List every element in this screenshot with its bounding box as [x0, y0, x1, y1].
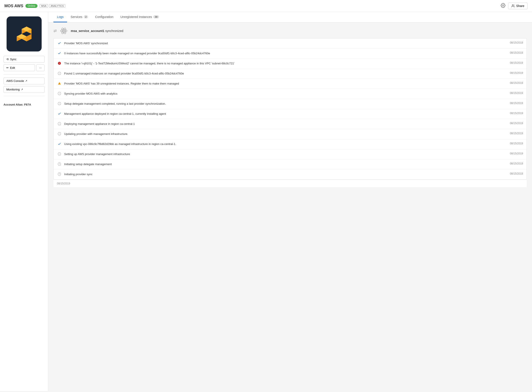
sync-label: Sync	[10, 58, 16, 61]
settings-button[interactable]	[501, 3, 505, 9]
log-date: 08/15/2019	[510, 112, 523, 115]
svg-text:!: !	[59, 83, 60, 84]
log-date: 08/15/2019	[510, 41, 523, 44]
log-message: Management appliance deployed in region …	[64, 112, 507, 116]
aws-logo-icon	[14, 24, 34, 44]
info-icon	[57, 132, 61, 136]
svg-point-1	[512, 5, 513, 6]
log-message: Syncing provider MOS AWS with analytics	[64, 92, 507, 96]
external-link-icon: ↗	[25, 79, 27, 82]
log-date: 08/15/2019	[510, 81, 523, 84]
log-row: Updating provider with management infras…	[54, 129, 527, 139]
log-row: Setting up AWS provider management infra…	[54, 149, 527, 159]
info-icon	[57, 92, 61, 96]
log-row: !The instance 'i-q9101j' - '1-TestT2Medi…	[54, 59, 527, 69]
log-row: Management appliance deployed in region …	[54, 109, 527, 119]
svg-marker-10	[27, 34, 32, 41]
tab-services-label: Services	[71, 15, 82, 19]
tab-logs-label: Logs	[57, 15, 64, 19]
log-message: Setup delegate management completed, run…	[64, 102, 507, 106]
log-row: Initiating setup delegate management08/1…	[54, 159, 527, 169]
share-label: Share	[516, 4, 524, 8]
divider-1	[4, 74, 44, 75]
tab-configuration[interactable]: Configuration	[92, 12, 117, 22]
log-message: Initiating setup delegate management	[64, 162, 507, 166]
log-message: Using existing vpc-086c9c7f8d82d29bb as …	[64, 142, 507, 146]
log-date: 08/15/2019	[510, 51, 523, 54]
log-row: Provider 'MOS AWS' synchronized08/15/201…	[54, 38, 527, 49]
log-message: Deploying management appliance in region…	[64, 122, 507, 126]
external-link-icon-2: ↗	[21, 88, 23, 91]
tab-unregistered-badge: 39	[153, 15, 159, 19]
tab-unregistered[interactable]: Unregistered Instances 39	[117, 12, 162, 22]
sync-icon: ⟲	[6, 58, 9, 61]
sync-button[interactable]: ⟲ Sync	[4, 56, 44, 63]
log-header: ⇄ msa_service_account1 synchronized	[53, 27, 527, 35]
log-date: 08/15/2019	[510, 142, 523, 145]
svg-point-11	[63, 30, 64, 32]
main-layout: ⟲ Sync ✏ Edit ··· AWS Console ↗ Monitori…	[0, 12, 532, 391]
edit-icon: ✏	[6, 66, 9, 70]
tag-msa: MSA	[40, 4, 48, 8]
log-message: 0 instances have successfully been made …	[64, 51, 507, 56]
log-message: The instance 'i-q9101j' - '1-TestT2Mediu…	[64, 61, 507, 66]
tag-analytics: ANALYTICS	[49, 4, 65, 8]
info-icon	[57, 72, 61, 76]
log-date: 08/15/2019	[510, 132, 523, 135]
error-icon: !	[57, 61, 61, 66]
sidebar: ⟲ Sync ✏ Edit ··· AWS Console ↗ Monitori…	[0, 12, 48, 391]
log-message: Setting up AWS provider management infra…	[64, 152, 507, 156]
log-date: 08/15/2019	[510, 102, 523, 105]
log-row: Initiating provider sync08/15/2019	[54, 169, 527, 179]
log-date: 08/15/2019	[510, 61, 523, 64]
edit-button[interactable]: ✏ Edit	[4, 64, 35, 71]
app-header: MOS AWS Online MSA ANALYTICS Share	[0, 0, 532, 12]
header-tags: MSA ANALYTICS	[40, 4, 65, 8]
edit-row: ✏ Edit ···	[4, 64, 44, 71]
log-date: 08/15/2019	[510, 122, 523, 125]
aws-console-label: AWS Console	[6, 79, 24, 83]
clock-icon	[57, 172, 61, 177]
log-date: 08/15/2019	[510, 71, 523, 75]
log-header-title: msa_service_account1 synchronized	[71, 29, 123, 33]
info-icon	[57, 102, 61, 106]
log-row: !Provider 'MOS AWS' has 39 unregistered …	[54, 79, 527, 89]
sidebar-logo	[7, 16, 42, 51]
app-title: MOS AWS	[4, 4, 23, 8]
aws-console-button[interactable]: AWS Console ↗	[4, 78, 44, 84]
share-button[interactable]: Share	[508, 3, 528, 9]
log-row: Found 1 unmanaged instances on managed p…	[54, 69, 527, 79]
info-icon	[57, 122, 61, 126]
info-icon	[57, 152, 61, 157]
tab-services-badge: 2	[84, 15, 88, 19]
check-icon	[57, 142, 61, 146]
check-icon	[57, 51, 61, 56]
tabs-bar: Logs Services 2 Configuration Unregister…	[48, 12, 532, 23]
monitoring-label: Monitoring	[6, 88, 20, 91]
log-section: ⇄ msa_service_account1 synchronized Prov…	[48, 23, 532, 192]
log-row: 0 instances have successfully been made …	[54, 49, 527, 59]
header-left: MOS AWS Online MSA ANALYTICS	[4, 4, 65, 8]
tab-unregistered-label: Unregistered Instances	[120, 15, 152, 19]
log-date: 08/15/2019	[510, 92, 523, 95]
warn-icon: !	[57, 82, 61, 86]
log-message: Found 1 unmanaged instances on managed p…	[64, 71, 507, 76]
svg-point-0	[502, 5, 504, 6]
monitoring-button[interactable]: Monitoring ↗	[4, 86, 44, 93]
log-footer-date: 08/15/2019	[57, 182, 70, 185]
log-date: 08/15/2019	[510, 152, 523, 155]
tab-configuration-label: Configuration	[95, 15, 113, 19]
tab-services[interactable]: Services 2	[67, 12, 92, 22]
more-button[interactable]: ···	[36, 64, 44, 71]
header-actions: Share	[501, 3, 528, 9]
log-account-name: msa_service_account1	[71, 29, 104, 33]
log-row: Syncing provider MOS AWS with analytics0…	[54, 89, 527, 99]
sidebar-account: Account Alias: F67A	[0, 99, 48, 110]
sync-arrows-icon: ⇄	[53, 28, 57, 33]
more-icon: ···	[39, 66, 42, 70]
tab-logs[interactable]: Logs	[53, 12, 67, 22]
log-date: 08/15/2019	[510, 172, 523, 175]
content-area: Logs Services 2 Configuration Unregister…	[48, 12, 532, 391]
check-icon	[57, 112, 61, 116]
atom-icon	[60, 27, 68, 35]
